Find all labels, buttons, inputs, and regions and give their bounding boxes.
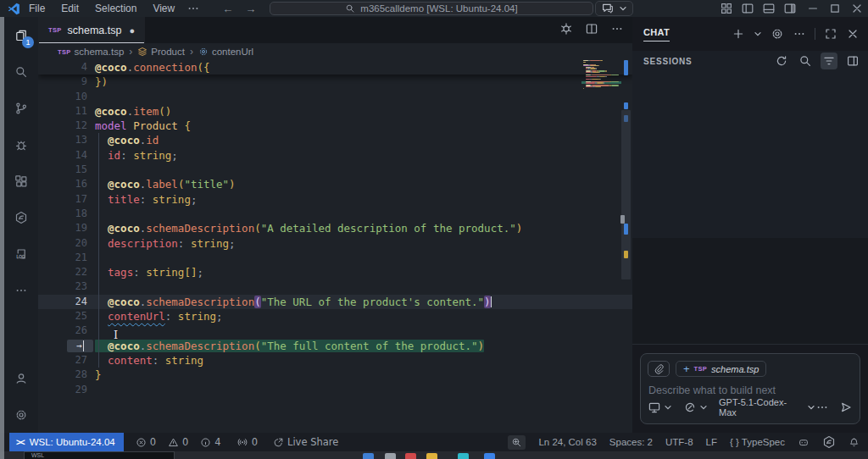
chat-input-box[interactable]: + TSP schema.tsp Describe what to build … [640, 353, 860, 424]
nav-forward-button[interactable]: → [245, 3, 256, 15]
status-lf[interactable]: LF [706, 437, 717, 447]
refresh-icon[interactable] [773, 53, 790, 69]
attachment-chip[interactable]: + TSP schema.tsp [676, 361, 766, 377]
code-line[interactable]: 16 @coco.label("title") [38, 177, 632, 191]
code-line[interactable]: 17 title: string; [38, 192, 632, 207]
taskbar-app-icon[interactable] [426, 453, 437, 459]
activity-item-arc-extension[interactable] [4, 199, 38, 235]
nav-back-button[interactable]: ← [222, 3, 233, 15]
code-line[interactable]: 12model Product { [38, 119, 632, 133]
breadcrumb-item-schema.tsp[interactable]: TSPschema.tsp [58, 47, 124, 57]
status-copilot[interactable] [798, 437, 810, 448]
menu-view[interactable]: View [153, 3, 175, 14]
taskbar-app-icon[interactable] [385, 453, 396, 459]
copilot-chat-button[interactable] [595, 1, 633, 16]
agent-selector[interactable] [683, 401, 708, 414]
code-line[interactable]: 26 [38, 324, 632, 338]
send-button[interactable] [839, 401, 853, 414]
chat-input-placeholder[interactable]: Describe what to build next [648, 384, 860, 396]
status-ln-24-col-63[interactable]: Ln 24, Col 63 [538, 437, 596, 447]
status-warning[interactable]: 0 [168, 436, 188, 448]
minimap[interactable] [581, 58, 621, 100]
code-line[interactable]: 14 id: string; [38, 148, 632, 163]
menu-overflow[interactable] [186, 2, 200, 15]
more-icon[interactable] [610, 22, 624, 36]
model-label: GPT-5.1-Codex-Max [719, 397, 804, 418]
breadcrumb-item-contenurl[interactable]: contenUrl [198, 47, 253, 57]
code-line[interactable]: 25 contenUrl: string; [38, 309, 632, 324]
activity-item-run-debug[interactable] [4, 126, 38, 163]
environment-selector[interactable] [648, 401, 672, 414]
attach-context-button[interactable] [648, 361, 670, 377]
openai-icon[interactable] [559, 22, 573, 36]
status-zoom[interactable] [508, 435, 526, 450]
status-broadcast[interactable]: 0 [236, 436, 258, 448]
sessions-header[interactable]: SESSIONS [643, 57, 693, 66]
code-line[interactable]: 9}) [38, 75, 632, 89]
status--typespec[interactable]: { } TypeSpec [730, 437, 785, 447]
remote-indicator[interactable]: >< WSL: Ubuntu-24.04 [9, 433, 124, 451]
activity-item-accounts[interactable] [4, 360, 38, 396]
taskbar-app-icon[interactable] [458, 453, 469, 459]
panel-bottom-icon[interactable] [762, 2, 776, 15]
code-line[interactable]: 28} [38, 368, 632, 382]
code-line[interactable]: 29 [38, 383, 632, 397]
code-line[interactable]: 10 [38, 90, 632, 104]
code-line[interactable]: 13 @coco.id [38, 133, 632, 147]
windows-taskbar[interactable]: WSL [0, 451, 868, 459]
sticky-scroll-line[interactable]: 4@coco.connection({ [38, 60, 632, 75]
model-selector[interactable]: GPT-5.1-Codex-Max [719, 397, 815, 418]
code-line[interactable]: 11@coco.item() [38, 104, 632, 119]
status-bell[interactable] [849, 437, 860, 448]
status-spaces-2[interactable]: Spaces: 2 [609, 437, 653, 447]
code-line[interactable]: 23 [38, 279, 632, 294]
code-line[interactable]: 19 @coco.schemaDescription("A detailed d… [38, 221, 632, 235]
columns-icon[interactable] [844, 53, 861, 69]
code-line[interactable]: 18 [38, 207, 632, 221]
code-line[interactable]: 15 [38, 163, 632, 177]
tab-schema-tsp[interactable]: TSP schema.tsp ● [38, 17, 145, 43]
status-info[interactable]: 4 [200, 436, 220, 448]
search-icon[interactable] [797, 53, 814, 69]
activity-item-search[interactable] [4, 53, 38, 90]
menu-edit[interactable]: Edit [61, 3, 79, 14]
taskbar-window-preview[interactable]: WSL [24, 451, 175, 459]
activity-item-explorer[interactable]: 1 [4, 17, 38, 53]
code-line[interactable]: 22 tags: string[]; [38, 265, 632, 279]
close-icon[interactable] [846, 0, 868, 17]
maximize-icon[interactable] [824, 0, 846, 17]
layout-grid-icon[interactable] [720, 2, 733, 15]
code-editor[interactable]: 4@coco.connection({ I 9})1011@coco.item(… [38, 60, 632, 433]
modified-dot-icon[interactable]: ● [129, 25, 135, 36]
status-error[interactable]: 0 [136, 436, 156, 448]
line-number: 10 [38, 90, 87, 104]
breadcrumb-item-product[interactable]: Product [137, 47, 185, 57]
code-line[interactable]: 24 @coco.schemaDescription("The URL of t… [38, 295, 632, 309]
minimize-icon[interactable] [802, 0, 824, 17]
taskbar-app-icon[interactable] [405, 453, 416, 459]
code-line[interactable]: 27 content: string [38, 353, 632, 368]
activity-item-extensions[interactable] [4, 163, 38, 199]
status-utf-8[interactable]: UTF-8 [665, 437, 693, 447]
menu-file[interactable]: File [29, 3, 45, 14]
code-line[interactable]: 20 description: string; [38, 236, 632, 251]
taskbar-app-icon[interactable] [363, 453, 374, 459]
more-options-button[interactable] [815, 401, 829, 414]
mouse-ibeam-cursor: I [114, 329, 118, 341]
overview-ruler[interactable] [621, 58, 632, 433]
activity-item-more-views[interactable] [4, 272, 38, 308]
code-line[interactable]: 21 [38, 251, 632, 265]
filter-icon[interactable] [821, 53, 837, 69]
status-live-share[interactable]: Live Share [273, 436, 338, 448]
activity-item-settings[interactable] [4, 396, 38, 433]
activity-item-output-log[interactable]: LOG [4, 235, 38, 272]
split-editor-icon[interactable] [585, 22, 598, 36]
panel-right-icon[interactable] [783, 2, 797, 15]
command-center-search[interactable]: m365calldemo [WSL: Ubuntu-24.04] [270, 2, 593, 15]
menu-selection[interactable]: Selection [95, 3, 136, 14]
status-hexagon-extension[interactable] [822, 435, 836, 449]
inline-suggestion-line[interactable]: → @coco.schemaDescription("The full cont… [38, 339, 632, 353]
taskbar-app-icon[interactable] [484, 453, 495, 459]
activity-item-source-control[interactable] [4, 90, 38, 126]
panel-left-icon[interactable] [741, 2, 754, 15]
